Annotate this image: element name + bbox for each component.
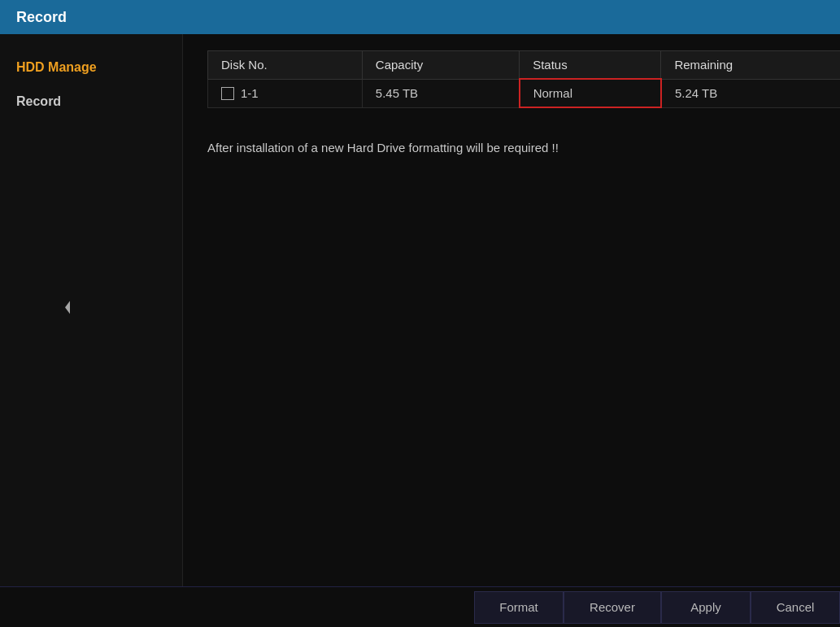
cell-capacity: 5.45 TB <box>362 79 519 107</box>
sidebar-item-hdd-manage[interactable]: HDD Manage <box>0 50 182 85</box>
title-bar-text: Record <box>16 9 67 26</box>
main-content: HDD Manage Record Disk No. Capacity Stat… <box>0 34 840 586</box>
format-button[interactable]: Format <box>474 591 564 624</box>
disk-no-value: 1-1 <box>241 86 259 100</box>
sidebar-item-hdd-manage-label: HDD Manage <box>16 60 97 74</box>
cell-disk-no: 1-1 <box>208 79 363 107</box>
cell-remaining: 5.24 TB <box>661 79 840 107</box>
apply-button[interactable]: Apply <box>661 591 751 624</box>
notice-text: After installation of a new Hard Drive f… <box>207 141 840 155</box>
sidebar-item-record[interactable]: Record <box>0 85 182 119</box>
recover-button[interactable]: Recover <box>564 591 661 624</box>
disk-checkbox[interactable] <box>221 87 234 100</box>
title-bar: Record <box>0 0 840 34</box>
sidebar: HDD Manage Record <box>0 34 183 586</box>
hdd-table: Disk No. Capacity Status Remaining 1-1 <box>207 50 840 108</box>
col-remaining: Remaining <box>661 51 840 80</box>
cancel-button[interactable]: Cancel <box>751 591 840 624</box>
content-area: Disk No. Capacity Status Remaining 1-1 <box>183 34 840 586</box>
col-capacity: Capacity <box>362 51 519 80</box>
sidebar-item-record-label: Record <box>16 94 61 108</box>
cell-status: Normal <box>520 79 661 107</box>
col-disk-no: Disk No. <box>208 51 363 80</box>
table-container: Disk No. Capacity Status Remaining 1-1 <box>207 50 840 108</box>
table-row: 1-1 5.45 TB Normal 5.24 TB <box>208 79 841 107</box>
col-status: Status <box>520 51 661 80</box>
bottom-bar: Format Recover Apply Cancel <box>0 586 840 627</box>
cursor-indicator <box>65 301 70 314</box>
